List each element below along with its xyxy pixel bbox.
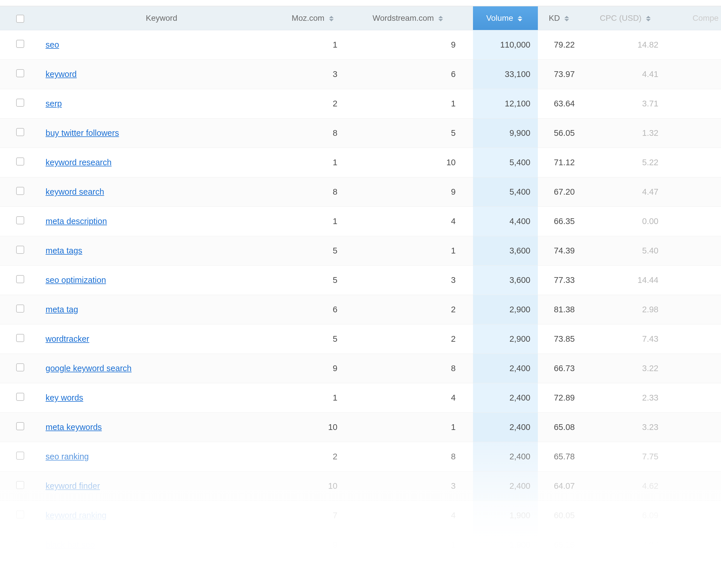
sort-icon[interactable] [518, 16, 522, 21]
sort-icon[interactable] [646, 16, 651, 21]
checkbox-select-all[interactable] [16, 15, 24, 23]
checkbox-row[interactable] [16, 187, 24, 195]
checkbox-row[interactable] [16, 422, 24, 430]
table-header-row: Keyword Moz.com Wordstream.com Volume [0, 6, 721, 30]
checkbox-row[interactable] [16, 363, 24, 372]
header-select-all[interactable] [0, 6, 40, 30]
header-moz[interactable]: Moz.com [283, 6, 355, 30]
checkbox-row[interactable] [16, 393, 24, 401]
keyword-link[interactable]: google keyword search [46, 364, 131, 373]
cell-compe [671, 266, 721, 295]
cell-checkbox[interactable] [0, 60, 40, 89]
cell-checkbox[interactable] [0, 207, 40, 236]
cell-checkbox[interactable] [0, 413, 40, 442]
table-row: meta keywords1012,40065.083.23 [0, 413, 721, 442]
keyword-link[interactable]: keyword research [46, 158, 112, 167]
cell-checkbox[interactable] [0, 177, 40, 207]
cell-compe [671, 501, 721, 530]
cell-kd: 65.15 [538, 530, 587, 560]
checkbox-row[interactable] [16, 216, 24, 224]
cell-moz: 2 [283, 89, 355, 119]
checkbox-row[interactable] [16, 304, 24, 313]
checkbox-row[interactable] [16, 334, 24, 342]
cell-moz: 5 [283, 266, 355, 295]
keyword-table: Keyword Moz.com Wordstream.com Volume [0, 6, 721, 560]
checkbox-row[interactable] [16, 451, 24, 460]
cell-kd: 74.39 [538, 236, 587, 266]
cell-moz: 1 [283, 207, 355, 236]
keyword-link[interactable]: buy twitter followers [46, 128, 119, 138]
cell-moz: 5 [283, 236, 355, 266]
cell-cpc: 14.44 [587, 266, 671, 295]
cell-checkbox[interactable] [0, 119, 40, 148]
cell-wordstream: 10 [355, 148, 473, 177]
checkbox-row[interactable] [16, 158, 24, 166]
keyword-link[interactable]: wordtracker [46, 334, 89, 343]
cell-checkbox[interactable] [0, 530, 40, 560]
cell-checkbox[interactable] [0, 148, 40, 177]
checkbox-row[interactable] [16, 246, 24, 254]
cell-kd: 66.73 [538, 354, 587, 383]
checkbox-row[interactable] [16, 510, 24, 519]
cell-compe [671, 413, 721, 442]
checkbox-row[interactable] [16, 128, 24, 136]
cell-checkbox[interactable] [0, 383, 40, 413]
keyword-link[interactable]: seo optimization [46, 275, 106, 285]
keyword-link[interactable]: keyword ranking [46, 511, 106, 520]
header-volume[interactable]: Volume [473, 6, 538, 30]
keyword-link[interactable]: meta tags [46, 246, 82, 255]
keyword-link[interactable]: black hat seo [46, 540, 95, 549]
checkbox-row[interactable] [16, 481, 24, 489]
cell-checkbox[interactable] [0, 501, 40, 530]
cell-checkbox[interactable] [0, 442, 40, 471]
keyword-link[interactable]: seo [46, 40, 59, 49]
cell-checkbox[interactable] [0, 30, 40, 60]
checkbox-row[interactable] [16, 540, 24, 548]
cell-volume: 2,400 [473, 471, 538, 501]
cell-compe [671, 442, 721, 471]
cell-compe [671, 471, 721, 501]
checkbox-row[interactable] [16, 40, 24, 48]
cell-checkbox[interactable] [0, 354, 40, 383]
header-wordstream[interactable]: Wordstream.com [355, 6, 473, 30]
keyword-link[interactable]: keyword [46, 69, 77, 79]
keyword-link[interactable]: keyword finder [46, 481, 100, 490]
cell-wordstream: 1 [355, 89, 473, 119]
cell-checkbox[interactable] [0, 295, 40, 324]
sort-icon[interactable] [438, 16, 443, 21]
keyword-link[interactable]: meta tag [46, 305, 78, 314]
cell-checkbox[interactable] [0, 324, 40, 354]
cell-compe [671, 148, 721, 177]
cell-kd: 79.22 [538, 30, 587, 60]
header-kd[interactable]: KD [538, 6, 587, 30]
keyword-link[interactable]: serp [46, 99, 62, 108]
sort-icon[interactable] [329, 16, 334, 21]
table-row: keyword research1105,40071.125.22 [0, 148, 721, 177]
table-row: keyword search895,40067.204.47 [0, 177, 721, 207]
sort-icon[interactable] [565, 16, 569, 21]
cell-keyword: meta description [40, 207, 283, 236]
cell-cpc: 4.41 [587, 60, 671, 89]
cell-keyword: meta tags [40, 236, 283, 266]
keyword-link[interactable]: key words [46, 393, 83, 402]
cell-kd: 65.78 [538, 442, 587, 471]
cell-wordstream: 2 [355, 324, 473, 354]
checkbox-row[interactable] [16, 99, 24, 107]
header-cpc[interactable]: CPC (USD) [587, 6, 671, 30]
checkbox-row[interactable] [16, 275, 24, 283]
cell-kd: 56.05 [538, 119, 587, 148]
cell-kd: 66.35 [538, 207, 587, 236]
keyword-link[interactable]: seo ranking [46, 452, 89, 461]
keyword-link[interactable]: keyword search [46, 187, 104, 196]
cell-checkbox[interactable] [0, 471, 40, 501]
keyword-link[interactable]: meta keywords [46, 422, 102, 432]
cell-checkbox[interactable] [0, 89, 40, 119]
checkbox-row[interactable] [16, 69, 24, 77]
keyword-link[interactable]: meta description [46, 216, 107, 226]
cell-keyword: seo [40, 30, 283, 60]
cell-kd: 73.85 [538, 324, 587, 354]
header-compe[interactable]: Compe [671, 6, 721, 30]
cell-checkbox[interactable] [0, 236, 40, 266]
header-keyword[interactable]: Keyword [40, 6, 283, 30]
cell-checkbox[interactable] [0, 266, 40, 295]
